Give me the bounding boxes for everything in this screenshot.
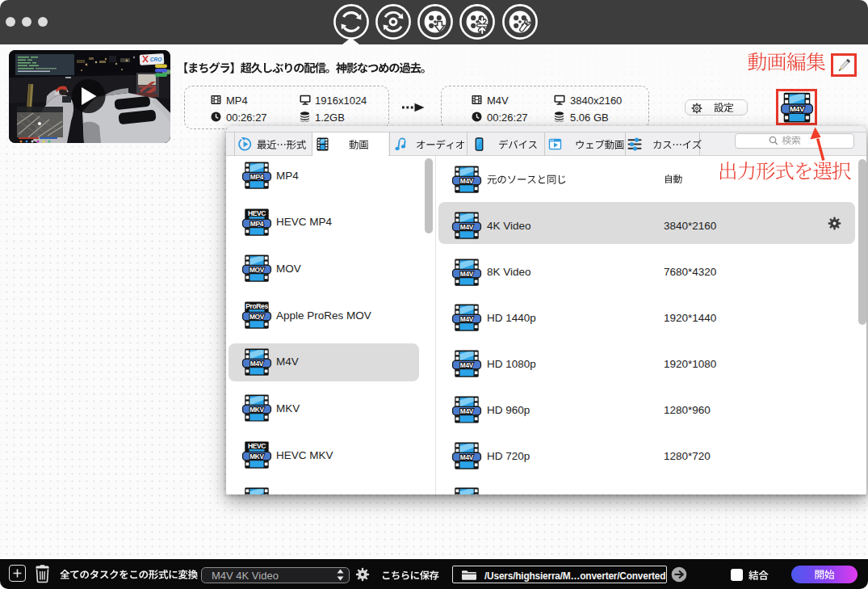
svg-text:HEVC: HEVC	[247, 209, 265, 217]
svg-text:M4V: M4V	[249, 359, 263, 367]
svg-text:HEVC: HEVC	[247, 442, 265, 450]
svg-text:ProRes: ProRes	[245, 302, 268, 310]
svg-text:M4V: M4V	[459, 407, 473, 415]
svg-text:CRO: CRO	[150, 57, 161, 62]
svg-text:M4V: M4V	[459, 361, 473, 369]
svg-text:M4V: M4V	[790, 105, 805, 113]
svg-text:MP4: MP4	[249, 219, 263, 227]
svg-text:M4V: M4V	[459, 176, 473, 184]
svg-text:M4V: M4V	[459, 315, 473, 323]
svg-text:M4V: M4V	[459, 453, 473, 461]
svg-text:M4V: M4V	[459, 269, 473, 277]
svg-text:MOV: MOV	[249, 266, 264, 274]
svg-text:MKV: MKV	[249, 406, 264, 414]
svg-text:MP4: MP4	[249, 173, 263, 181]
svg-text:MOV: MOV	[249, 313, 264, 321]
svg-text:M4V: M4V	[459, 223, 473, 231]
svg-text:MKV: MKV	[249, 452, 264, 461]
